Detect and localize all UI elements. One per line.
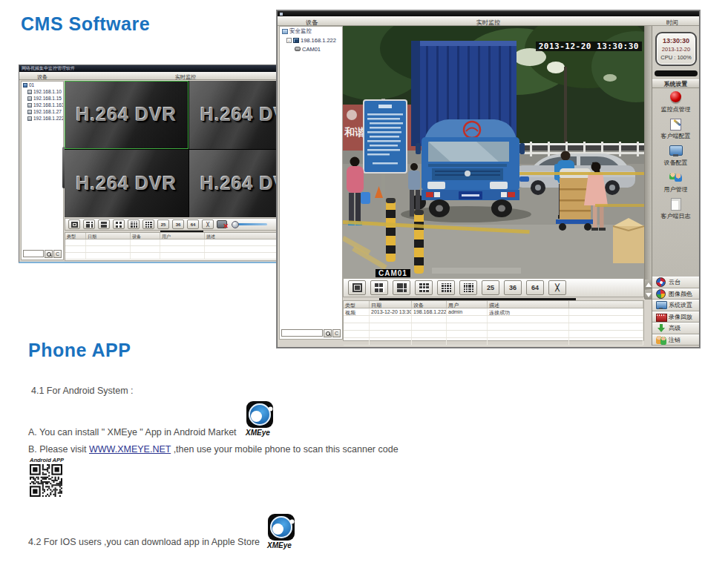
view-9-button[interactable] [113,219,125,229]
view-mode-toolbar: 25 36 64 ╳ [343,278,644,297]
log-row[interactable]: 视频 2013-12-20 13:30:30 198.168.1.222 adm… [344,308,643,316]
client-config-button[interactable]: 客户端配置 [652,118,699,143]
playback-menu-item[interactable]: 录像回放 [652,311,699,323]
search-icon[interactable] [324,329,332,337]
logout-menu-item[interactable]: 注销 [652,334,699,346]
col-device[interactable]: 设备 [131,233,160,239]
h264-dvr-watermark: H.264 DVR [76,104,177,125]
view-1-button[interactable] [348,280,366,295]
tree-root-node[interactable]: 01 [22,82,63,88]
view-16-button[interactable] [437,280,455,295]
live-video-view[interactable]: 和谐合作 [343,26,644,278]
tree-root-node[interactable]: 安全监控 [280,27,342,36]
log-empty-row [65,246,312,253]
log-empty-row [344,323,643,331]
color-wheel-icon [656,289,666,299]
search-input[interactable] [23,250,44,257]
system-settings-header: 系统设置 [652,79,699,88]
device-config-icon [669,145,683,158]
arrow-up-icon [646,283,652,287]
grid-16-icon [442,283,451,292]
view-64-button[interactable]: 64 [526,280,544,295]
log-empty-row [344,331,643,338]
view-9-button[interactable] [415,280,433,295]
fullscreen-button[interactable]: ╳ [548,280,566,295]
col-date[interactable]: 日期 [86,233,131,239]
view-4-button[interactable] [370,280,388,295]
tree-device-item[interactable]: -198.168.1.222 [280,36,342,44]
video-channel-3[interactable]: H.264 DVR [65,150,188,218]
view-36-button[interactable]: 36 [504,280,522,295]
view-64-button[interactable]: 64 [187,219,199,229]
camera-icon [295,47,301,51]
device-icon [27,110,32,114]
device-tree-panel: 01 192.168.1.10 192.168.1.15 192.168.1.1… [21,81,64,260]
monitor-point-management-button[interactable]: 监控点管理 [652,91,699,116]
device-panel-header: 设备 [37,73,47,81]
grid-4-icon [86,222,93,228]
android-section-title: 4.1 For Android System : [31,386,134,396]
tree-camera-item[interactable]: CAM01 [280,44,342,53]
ptz-menu-item[interactable]: 云台 [652,277,699,288]
video-grid: H.264 DVR H.264 DVR H.264 DVR H.264 DVR [65,81,312,217]
xmeye-app-icon [246,401,273,428]
collapse-icon[interactable]: - [286,38,292,43]
right-sidebar: 13:30:30 2013-12-20 CPU : 100% 系统设置 监控点管… [652,26,699,346]
log-empty-row [344,316,643,323]
tree-device-item[interactable]: 192.168.1.27 [22,108,63,115]
view-4-button[interactable] [83,219,95,229]
search-input[interactable] [281,329,323,337]
app-icon [280,13,283,16]
client-log-button[interactable]: 客户端日志 [652,198,699,223]
clock-time: 13:30:30 [657,37,695,44]
device-icon [27,103,32,108]
alarm-indicator [655,70,698,76]
log-empty-row [65,253,312,260]
xmeye-app-label: XMEye [267,541,292,549]
view-20-button[interactable] [459,280,477,295]
search-icon[interactable] [45,250,53,258]
refresh-button[interactable]: C [53,250,62,258]
col-type[interactable]: 类型 [344,301,370,308]
view-36-button[interactable]: 36 [172,219,184,229]
video-scroll-strip[interactable] [644,26,652,299]
system-settings-menu-item[interactable]: 系统设置 [652,300,699,311]
view-25-button[interactable]: 25 [482,280,499,295]
view-1-button[interactable] [68,219,80,229]
col-date[interactable]: 日期 [370,301,412,308]
live-panel-header: 实时监控 [175,73,196,81]
col-user[interactable]: 用户 [447,301,488,308]
tree-device-item[interactable]: 192.168.1.222 [22,115,63,122]
grid-4-icon [375,283,384,292]
log-table-header: 类型 日期 设备 用户 描述 [65,233,312,240]
view-20-button[interactable] [142,219,154,229]
tree-device-item[interactable]: 192.168.1.163 [22,102,63,108]
col-device[interactable]: 设备 [412,301,447,308]
image-color-menu-item[interactable]: 图像颜色 [652,288,699,300]
col-desc[interactable]: 描述 [488,301,569,308]
right-window-titlebar [278,11,699,16]
view-16-button[interactable] [128,219,140,229]
col-user[interactable]: 用户 [160,233,205,239]
device-config-button[interactable]: 设备配置 [652,145,699,170]
tree-device-item[interactable]: 192.168.1.15 [22,95,63,102]
view-6-button[interactable] [98,219,110,229]
user-management-button[interactable]: 用户管理 [652,171,699,196]
close-all-channels-button[interactable] [217,220,227,228]
tree-device-item[interactable]: 192.168.1.10 [22,88,63,95]
view-25-button[interactable]: 25 [157,219,169,229]
android-app-label: Android APP [30,457,64,463]
view-6-button[interactable] [393,280,410,295]
cms-window-live: 设备 实时监控 时间 安全监控 -198.168.1.222 CAM01 C [277,10,700,348]
sidebar-menu: 云台 图像颜色 系统设置 录像回放 高级 注销 [652,277,699,346]
view-mode-toolbar: 25 36 64 ╳ [65,218,312,231]
ios-section-title: 4.2 For IOS users ,you can download app … [28,537,260,547]
advanced-menu-item[interactable]: 高级 [652,323,699,334]
log-empty-row [65,240,312,246]
refresh-button[interactable]: C [332,329,341,337]
col-type[interactable]: 类型 [65,233,86,239]
video-channel-1[interactable]: H.264 DVR [65,81,188,149]
xmeye-website-link[interactable]: WWW.XMEYE.NET [89,444,171,455]
fullscreen-button[interactable]: ╳ [202,219,214,229]
volume-slider[interactable] [233,223,267,225]
